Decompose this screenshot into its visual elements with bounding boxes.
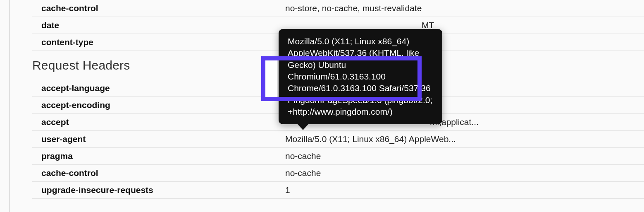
header-name: pragma <box>32 148 285 165</box>
table-row[interactable]: cache-control no-store, no-cache, must-r… <box>32 0 644 17</box>
header-name: date <box>32 17 285 34</box>
tooltip-content: Mozilla/5.0 (X11; Linux x86_64) AppleWeb… <box>279 29 442 124</box>
header-name: accept <box>32 114 285 131</box>
table-row[interactable]: cache-control no-cache <box>32 165 644 182</box>
header-name: accept-encoding <box>32 97 285 114</box>
table-row[interactable]: user-agent Mozilla/5.0 (X11; Linux x86_6… <box>32 131 644 148</box>
header-value: no-cache <box>285 148 644 165</box>
header-name: accept-language <box>32 80 285 97</box>
header-name: upgrade-insecure-requests <box>32 182 285 199</box>
header-name: user-agent <box>32 131 285 148</box>
table-row[interactable]: upgrade-insecure-requests 1 <box>32 182 644 199</box>
table-row[interactable]: pragma no-cache <box>32 148 644 165</box>
header-name: content-type <box>32 34 285 51</box>
header-name: cache-control <box>32 165 285 182</box>
header-value: no-cache <box>285 165 644 182</box>
header-name: cache-control <box>32 0 285 17</box>
user-agent-tooltip: Mozilla/5.0 (X11; Linux x86_64) AppleWeb… <box>279 29 442 124</box>
header-value: no-store, no-cache, must-revalidate <box>285 0 644 17</box>
header-value: Mozilla/5.0 (X11; Linux x86_64) AppleWeb… <box>285 131 644 148</box>
header-value: 1 <box>285 182 644 199</box>
